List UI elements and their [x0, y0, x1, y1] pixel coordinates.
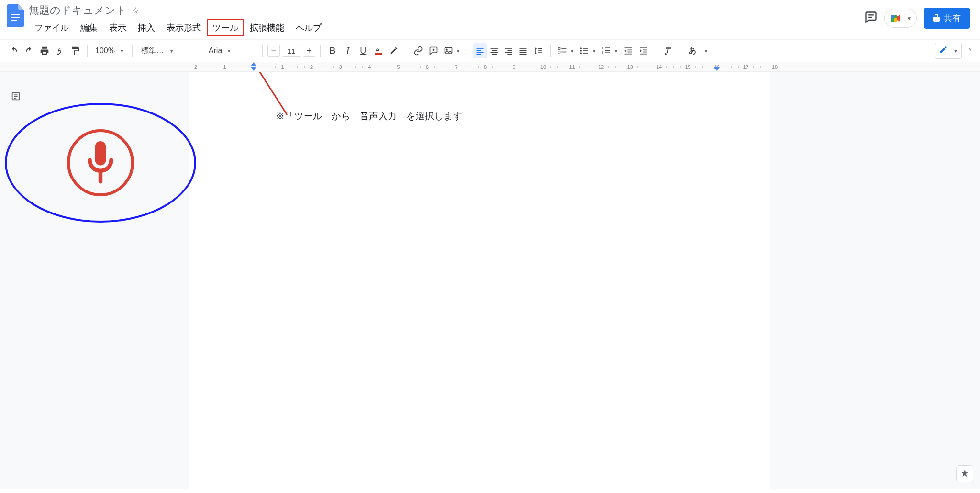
svg-rect-9	[375, 53, 382, 55]
clear-formatting-icon[interactable]	[661, 43, 675, 58]
collapse-toolbar-icon[interactable]: ＾	[967, 46, 973, 55]
checklist-icon[interactable]: ▼	[556, 43, 577, 58]
svg-rect-2	[11, 20, 17, 21]
svg-rect-16	[476, 52, 483, 53]
explore-icon[interactable]	[956, 465, 973, 482]
ruler[interactable]: 21123456789101112131415161718	[0, 62, 980, 72]
svg-rect-26	[519, 48, 526, 49]
menu-format[interactable]: 表示形式	[161, 19, 207, 36]
svg-rect-31	[561, 48, 566, 49]
text-color-icon[interactable]: A	[371, 43, 386, 58]
italic-icon[interactable]: I	[341, 43, 355, 58]
lock-icon	[933, 14, 940, 23]
svg-rect-32	[558, 51, 560, 53]
bulleted-list-icon[interactable]: ▼	[578, 43, 599, 58]
header-right: ▼ 共有	[864, 4, 974, 29]
print-icon[interactable]	[37, 43, 52, 58]
redo-icon[interactable]	[22, 43, 36, 58]
undo-icon[interactable]	[7, 43, 21, 58]
svg-rect-41	[605, 47, 610, 48]
svg-rect-37	[583, 50, 588, 51]
svg-point-34	[580, 47, 581, 49]
menu-insert[interactable]: 挿入	[132, 19, 161, 36]
svg-rect-20	[490, 52, 498, 53]
svg-rect-53	[640, 54, 647, 55]
svg-rect-23	[507, 50, 512, 51]
document-page[interactable]: ※「ツール」から「音声入力」を選択します	[189, 72, 770, 489]
svg-rect-19	[492, 50, 497, 51]
svg-rect-28	[519, 52, 526, 53]
menu-edit[interactable]: 編集	[75, 19, 103, 36]
svg-rect-17	[476, 54, 481, 55]
annotation-voice-circle	[5, 103, 196, 223]
svg-rect-59	[95, 141, 106, 166]
font-size-decrease-button[interactable]: −	[267, 45, 280, 57]
chevron-down-icon: ▼	[169, 48, 195, 54]
menu-extensions[interactable]: 拡張機能	[244, 19, 290, 36]
highlight-icon[interactable]	[387, 43, 401, 58]
line-spacing-icon[interactable]	[531, 43, 546, 58]
outline-icon[interactable]	[10, 90, 22, 102]
svg-text:A: A	[375, 46, 379, 54]
chevron-down-icon: ▼	[120, 48, 124, 54]
toolbar: 100% ▼ 標準テキス… ▼ Arial ▼ − 11 + B I U A ▼…	[0, 39, 980, 62]
star-icon[interactable]: ☆	[132, 5, 139, 16]
numbered-list-icon[interactable]: 123▼	[600, 43, 621, 58]
zoom-dropdown[interactable]: 100% ▼	[92, 46, 127, 55]
bold-icon[interactable]: B	[325, 43, 340, 58]
align-left-icon[interactable]	[473, 43, 487, 58]
paint-format-icon[interactable]	[68, 43, 82, 58]
svg-rect-29	[519, 54, 526, 55]
ime-button[interactable]: あ	[685, 43, 700, 58]
svg-rect-50	[640, 47, 647, 48]
font-dropdown[interactable]: Arial ▼	[205, 46, 257, 55]
align-center-icon[interactable]	[487, 43, 501, 58]
docs-logo-icon[interactable]	[6, 4, 25, 28]
svg-rect-33	[561, 52, 566, 53]
svg-rect-0	[11, 14, 20, 15]
svg-rect-27	[519, 50, 526, 51]
align-right-icon[interactable]	[501, 43, 516, 58]
add-comment-icon[interactable]	[426, 43, 441, 58]
align-justify-icon[interactable]	[516, 43, 530, 58]
svg-rect-51	[643, 50, 647, 51]
svg-rect-21	[492, 54, 497, 55]
menu-file[interactable]: ファイル	[29, 19, 75, 36]
svg-rect-52	[643, 52, 647, 53]
svg-point-36	[580, 50, 581, 51]
chevron-down-icon: ▼	[907, 16, 912, 21]
comments-icon[interactable]	[864, 11, 878, 26]
svg-rect-39	[583, 53, 588, 54]
spellcheck-icon[interactable]	[53, 43, 67, 58]
svg-rect-24	[505, 52, 512, 53]
underline-icon[interactable]: U	[356, 43, 370, 58]
canvas: ※「ツール」から「音声入力」を選択します	[0, 72, 980, 489]
font-size-increase-button[interactable]: +	[303, 45, 315, 57]
microphone-icon	[84, 141, 117, 184]
svg-rect-48	[628, 52, 632, 53]
zoom-value: 100%	[95, 46, 115, 55]
indent-increase-icon[interactable]	[636, 43, 651, 58]
svg-rect-43	[605, 50, 610, 51]
edit-mode-dropdown[interactable]: ▼	[935, 43, 962, 59]
image-icon[interactable]: ▼	[442, 43, 463, 58]
share-button[interactable]: 共有	[924, 8, 970, 29]
menu-help[interactable]: ヘルプ	[290, 19, 327, 36]
paragraph-style-dropdown[interactable]: 標準テキス… ▼	[137, 46, 195, 56]
document-body-text[interactable]: ※「ツール」から「音声入力」を選択します	[276, 110, 462, 123]
chevron-down-icon: ▼	[614, 48, 619, 54]
svg-rect-35	[583, 48, 588, 49]
indent-decrease-icon[interactable]	[621, 43, 635, 58]
voice-typing-button[interactable]	[67, 129, 134, 196]
link-icon[interactable]	[411, 43, 425, 58]
document-title[interactable]: 無題のドキュメント	[29, 5, 127, 16]
chevron-down-icon: ▼	[592, 48, 597, 54]
svg-rect-18	[490, 48, 498, 49]
menu-view[interactable]: 表示	[103, 19, 132, 36]
menu-tools[interactable]: ツール	[207, 19, 244, 36]
font-size-group: − 11 +	[267, 45, 315, 57]
meet-button[interactable]: ▼	[884, 9, 917, 28]
svg-text:3: 3	[601, 52, 603, 55]
font-size-input[interactable]: 11	[282, 45, 301, 57]
share-label: 共有	[944, 12, 961, 24]
